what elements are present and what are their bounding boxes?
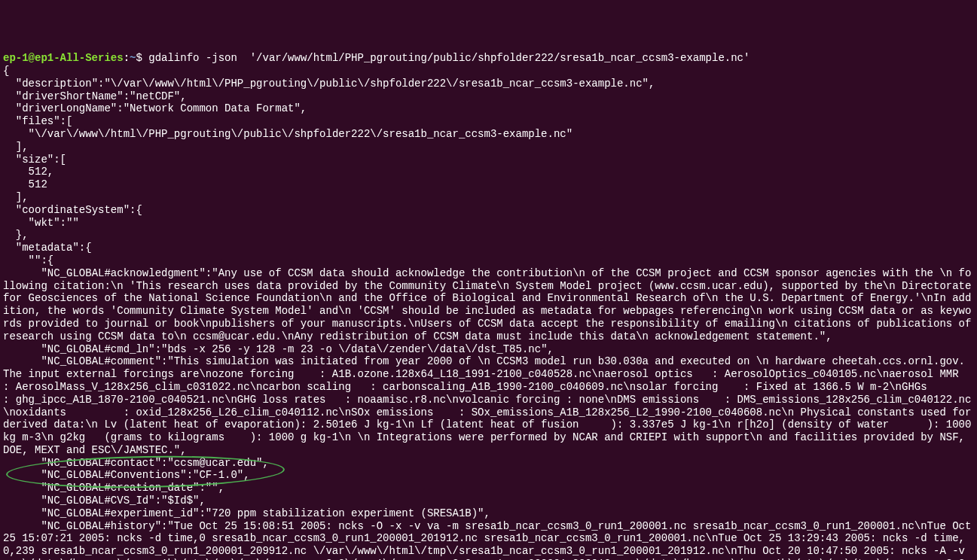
output-line: "driverShortName":"netCDF", [3,90,187,102]
prompt-user-host: ep-1@ep1-All-Series [3,52,124,64]
output-line: ], [3,191,29,203]
output-line: "NC_GLOBAL#comment":"This simulation was… [3,355,977,456]
output-line: "":{ [3,254,53,266]
output-line: }, [3,229,29,241]
output-line: 512, [3,166,53,178]
output-line: "NC_GLOBAL#cmd_ln":"bds -x 256 -y 128 -m… [3,343,554,355]
output-line: ], [3,141,29,153]
prompt-colon: : [124,52,130,64]
command-text: gdalinfo -json '/var/www/html/PHP_pgrout… [148,52,750,64]
output-line: "driverLongName":"Network Common Data Fo… [3,102,307,114]
output-line: "\/var\/www\/html\/PHP_pgrouting\/public… [3,128,572,140]
terminal-output[interactable]: ep-1@ep1-All-Series:~$ gdalinfo -json '/… [3,52,974,560]
output-line: 512 [3,178,47,190]
output-line: "wkt":"" [3,217,79,229]
output-line: "NC_GLOBAL#CVS_Id":"$Id$", [3,495,206,507]
output-line: "NC_GLOBAL#experiment_id":"720 ppm stabi… [3,507,490,519]
output-line: "coordinateSystem":{ [3,204,142,216]
output-line: "NC_GLOBAL#contact":"ccsm@ucar.edu", [3,457,269,469]
output-line: "NC_GLOBAL#acknowledgment":"Any use of C… [3,267,977,342]
output-line: "NC_GLOBAL#Conventions":"CF-1.0", [3,469,250,481]
output-line: "files":[ [3,115,72,127]
output-line: "NC_GLOBAL#history":"Tue Oct 25 15:08:51… [3,520,977,560]
output-line: "size":[ [3,154,66,166]
output-line: "metadata":{ [3,242,92,254]
output-line: "NC_GLOBAL#creation_date":"", [3,482,224,494]
prompt-dollar: $ [136,52,148,64]
output-line: "description":"\/var\/www\/html\/PHP_pgr… [3,78,655,90]
output-line: { [3,65,9,77]
